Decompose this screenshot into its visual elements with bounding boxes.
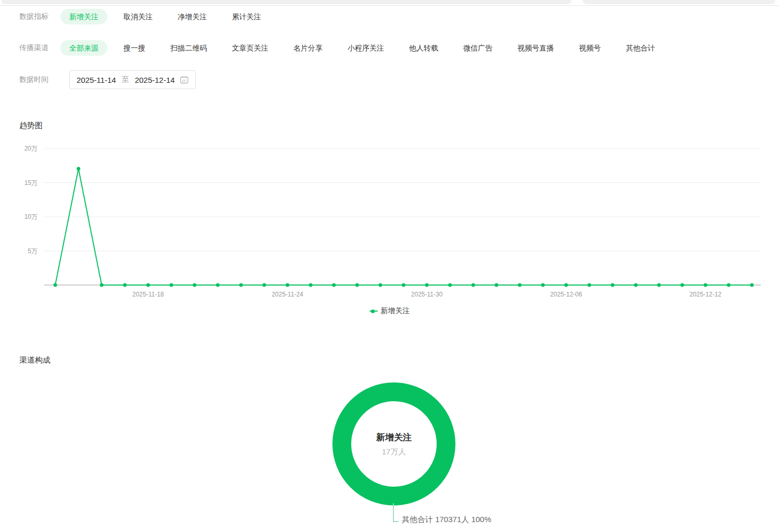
date-range-separator: 至 — [122, 75, 129, 84]
donut-chart[interactable]: 新增关注 17万人 — [332, 382, 455, 505]
data-point-2025-11-24[interactable] — [286, 283, 289, 287]
donut-slice-label: 其他合计 170371人 100% — [402, 515, 491, 525]
data-point-2025-11-14[interactable] — [54, 283, 57, 287]
x-tick-label: 2025-11-24 — [271, 291, 303, 298]
composition-section-title: 渠道构成 — [19, 355, 51, 365]
data-point-2025-12-13[interactable] — [727, 283, 731, 287]
data-point-2025-11-26[interactable] — [332, 283, 336, 287]
x-tick-label: 2025-11-18 — [132, 291, 164, 298]
data-point-2025-12-10[interactable] — [657, 283, 661, 287]
data-point-2025-11-17[interactable] — [123, 283, 127, 287]
toolbar-fragment-left — [1, 0, 572, 4]
legend-line-marker-icon — [369, 309, 378, 313]
time-filter-row: 数据时间 2025-11-14 至 2025-12-14 — [0, 70, 779, 89]
channel-option-5[interactable]: 小程序关注 — [348, 40, 384, 56]
channel-option-4[interactable]: 名片分享 — [293, 40, 323, 56]
data-point-2025-11-25[interactable] — [309, 283, 313, 287]
x-tick-label: 2025-12-12 — [689, 291, 722, 298]
y-tick-label: 10万 — [24, 213, 38, 220]
donut-center-value: 17万人 — [382, 447, 406, 457]
data-point-2025-12-03[interactable] — [494, 283, 498, 287]
donut-label-connector-vertical — [393, 503, 394, 522]
donut-center-title: 新增关注 — [376, 431, 412, 443]
metric-options: 新增关注取消关注净增关注累计关注 — [69, 9, 261, 24]
data-point-2025-11-28[interactable] — [378, 283, 382, 287]
data-point-2025-12-07[interactable] — [588, 283, 591, 287]
data-point-2025-12-08[interactable] — [611, 283, 614, 287]
data-point-2025-12-05[interactable] — [541, 283, 545, 287]
data-point-2025-12-09[interactable] — [634, 283, 638, 287]
chart-legend: 新增关注 — [0, 306, 779, 316]
metric-option-3[interactable]: 累计关注 — [232, 9, 261, 24]
top-divider — [0, 5, 779, 6]
data-point-2025-12-01[interactable] — [448, 283, 452, 287]
metric-option-0[interactable]: 新增关注 — [60, 9, 107, 24]
date-range-picker[interactable]: 2025-11-14 至 2025-12-14 — [69, 70, 196, 89]
channel-option-6[interactable]: 他人转载 — [409, 40, 438, 56]
channel-filter-row: 传播渠道 全部来源搜一搜扫描二维码文章页关注名片分享小程序关注他人转载微信广告视… — [0, 40, 779, 56]
analytics-page: 数据指标 新增关注取消关注净增关注累计关注 传播渠道 全部来源搜一搜扫描二维码文… — [0, 0, 779, 532]
data-point-2025-11-27[interactable] — [355, 283, 359, 287]
channel-option-3[interactable]: 文章页关注 — [232, 40, 268, 56]
metric-filter-row: 数据指标 新增关注取消关注净增关注累计关注 — [0, 9, 779, 24]
metric-option-2[interactable]: 净增关注 — [178, 9, 207, 24]
channel-options: 全部来源搜一搜扫描二维码文章页关注名片分享小程序关注他人转载微信广告视频号直播视… — [69, 40, 655, 56]
data-point-2025-12-14[interactable] — [750, 283, 754, 287]
y-tick-label: 15万 — [24, 179, 38, 187]
y-tick-label: 5万 — [28, 248, 38, 255]
data-point-2025-11-22[interactable] — [239, 283, 243, 287]
x-tick-label: 2025-12-06 — [550, 291, 583, 298]
channel-option-2[interactable]: 扫描二维码 — [170, 40, 207, 56]
y-tick-label: 20万 — [24, 145, 38, 152]
channel-option-7[interactable]: 微信广告 — [463, 40, 492, 56]
data-point-2025-11-30[interactable] — [425, 283, 429, 287]
date-range-start: 2025-11-14 — [77, 76, 116, 84]
legend-label: 新增关注 — [381, 306, 410, 316]
date-range-end: 2025-12-14 — [135, 76, 175, 84]
data-point-2025-12-12[interactable] — [703, 283, 707, 287]
channel-option-1[interactable]: 搜一搜 — [123, 40, 145, 56]
data-point-2025-11-20[interactable] — [193, 283, 196, 287]
channel-option-0[interactable]: 全部来源 — [60, 40, 107, 56]
data-point-2025-11-23[interactable] — [263, 283, 266, 287]
channel-option-8[interactable]: 视频号直播 — [517, 40, 554, 56]
trend-section-title: 趋势图 — [19, 121, 43, 131]
toolbar-fragment-right — [583, 0, 775, 4]
time-filter-label: 数据时间 — [19, 75, 69, 84]
data-point-2025-11-16[interactable] — [100, 283, 104, 287]
data-point-2025-11-29[interactable] — [402, 283, 405, 287]
data-point-2025-11-19[interactable] — [169, 283, 173, 287]
channel-option-9[interactable]: 视频号 — [579, 40, 601, 56]
metric-option-1[interactable]: 取消关注 — [123, 9, 153, 24]
trend-line-chart: 5万10万15万20万2025-11-182025-11-242025-11-3… — [0, 135, 779, 307]
data-point-2025-12-11[interactable] — [681, 283, 684, 287]
data-point-2025-12-06[interactable] — [564, 283, 568, 287]
trend-line — [55, 169, 752, 285]
data-point-2025-11-15[interactable] — [77, 167, 80, 170]
calendar-icon[interactable] — [180, 76, 189, 84]
channel-option-10[interactable]: 其他合计 — [626, 40, 655, 56]
data-point-2025-12-04[interactable] — [518, 283, 522, 287]
data-point-2025-11-21[interactable] — [216, 283, 219, 287]
data-point-2025-11-18[interactable] — [146, 283, 150, 287]
legend-item-new-followers[interactable]: 新增关注 — [369, 306, 410, 316]
x-tick-label: 2025-11-30 — [411, 291, 443, 298]
data-point-2025-12-02[interactable] — [472, 283, 475, 287]
donut-label-connector-elbow — [393, 521, 399, 522]
